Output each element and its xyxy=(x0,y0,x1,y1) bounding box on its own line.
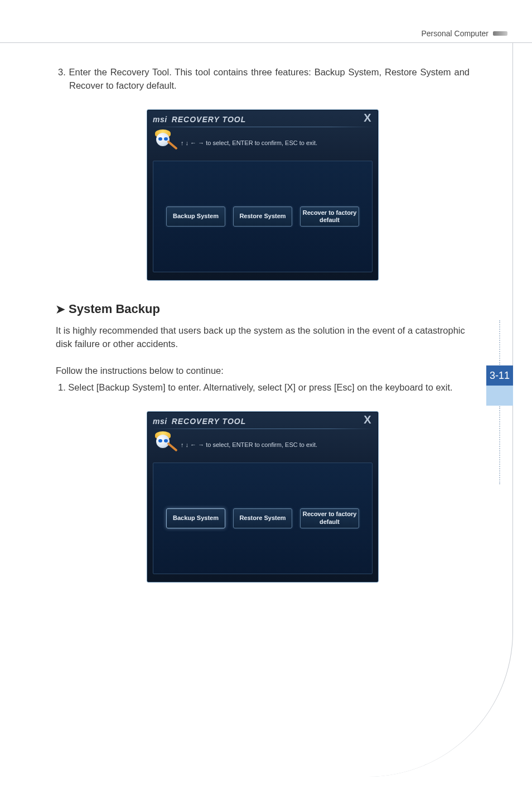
header-decoration xyxy=(493,31,507,36)
recovery-title: RECOVERY TOOL xyxy=(172,417,246,426)
recovery-instruction-row: ↑ ↓ ← → to select, ENTER to confirm, ESC… xyxy=(147,429,378,459)
mascot-icon xyxy=(153,432,177,457)
section-heading: ➤System Backup xyxy=(56,302,470,316)
backup-system-button[interactable]: Backup System xyxy=(166,206,225,227)
header-title: Personal Computer xyxy=(421,29,489,38)
recover-factory-button[interactable]: Recover to factory default xyxy=(300,508,359,528)
recovery-tool-window: msi RECOVERY TOOL X ↑ ↓ ← → to select, E… xyxy=(147,109,379,281)
step-3-text: 3. Enter the Recovery Tool. This tool co… xyxy=(56,66,470,93)
mascot-icon xyxy=(153,131,177,155)
recovery-instruction-row: ↑ ↓ ← → to select, ENTER to confirm, ESC… xyxy=(147,127,378,157)
backup-system-button[interactable]: Backup System xyxy=(166,508,225,528)
recovery-brand: msi xyxy=(153,417,167,426)
recovery-button-panel: Backup System Restore System Recover to … xyxy=(153,161,373,272)
section-heading-text: System Backup xyxy=(69,302,160,316)
recovery-instructions: ↑ ↓ ← → to select, ENTER to confirm, ESC… xyxy=(181,441,317,448)
page-content: 3. Enter the Recovery Tool. This tool co… xyxy=(56,66,470,604)
recovery-brand: msi xyxy=(153,115,167,124)
recovery-instructions: ↑ ↓ ← → to select, ENTER to confirm, ESC… xyxy=(181,139,317,146)
page-number-tab: 3-11 xyxy=(486,365,513,386)
follow-paragraph: Follow the instructions below to continu… xyxy=(56,364,470,378)
chevron-right-icon: ➤ xyxy=(56,303,65,315)
recovery-title-bar: msi RECOVERY TOOL X xyxy=(147,110,378,126)
page-number-tab-accent xyxy=(486,386,513,406)
recovery-tool-window: msi RECOVERY TOOL X ↑ ↓ ← → to select, E… xyxy=(147,411,379,583)
tab-dotted-line xyxy=(499,320,500,365)
recovery-title: RECOVERY TOOL xyxy=(172,115,246,124)
recovery-title-bar: msi RECOVERY TOOL X xyxy=(147,412,378,427)
recover-factory-button[interactable]: Recover to factory default xyxy=(300,206,359,227)
step-1-text: 1. Select [Backup System] to enter. Alte… xyxy=(56,381,470,394)
close-button[interactable]: X xyxy=(361,112,374,124)
restore-system-button[interactable]: Restore System xyxy=(233,508,292,528)
tab-dotted-line xyxy=(499,406,500,484)
recovery-button-panel: Backup System Restore System Recover to … xyxy=(153,463,373,574)
close-button[interactable]: X xyxy=(361,414,374,426)
section-paragraph: It is highly recommended that users back… xyxy=(56,324,470,351)
restore-system-button[interactable]: Restore System xyxy=(233,206,292,227)
